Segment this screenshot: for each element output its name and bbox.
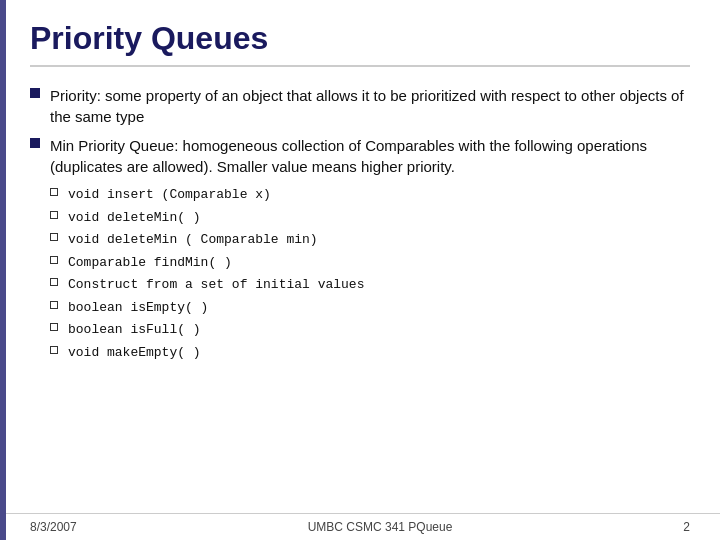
code-item-2: void deleteMin( ): [50, 208, 690, 228]
code-text-5: Construct from a set of initial values: [68, 275, 364, 295]
bullet-icon-2: [30, 138, 40, 148]
code-list: void insert (Comparable x) void deleteMi…: [50, 185, 690, 362]
code-bullet-5: [50, 278, 58, 286]
slide-title: Priority Queues: [30, 20, 690, 67]
code-text-7: boolean isFull( ): [68, 320, 201, 340]
code-item-1: void insert (Comparable x): [50, 185, 690, 205]
footer-page: 2: [683, 520, 690, 534]
code-item-3: void deleteMin ( Comparable min): [50, 230, 690, 250]
bullet-item-2: Min Priority Queue: homogeneous collecti…: [30, 135, 690, 177]
bullet-icon-1: [30, 88, 40, 98]
content: Priority Queues Priority: some property …: [0, 0, 720, 513]
code-bullet-2: [50, 211, 58, 219]
code-text-4: Comparable findMin( ): [68, 253, 232, 273]
code-text-8: void makeEmpty( ): [68, 343, 201, 363]
code-item-8: void makeEmpty( ): [50, 343, 690, 363]
bullet-text-2: Min Priority Queue: homogeneous collecti…: [50, 135, 690, 177]
code-text-6: boolean isEmpty( ): [68, 298, 208, 318]
footer-date: 8/3/2007: [30, 520, 77, 534]
left-bar: [0, 0, 6, 540]
code-item-7: boolean isFull( ): [50, 320, 690, 340]
code-bullet-7: [50, 323, 58, 331]
code-bullet-8: [50, 346, 58, 354]
footer-course: UMBC CSMC 341 PQueue: [308, 520, 453, 534]
code-text-3: void deleteMin ( Comparable min): [68, 230, 318, 250]
body-content: Priority: some property of an object tha…: [30, 85, 690, 493]
code-item-5: Construct from a set of initial values: [50, 275, 690, 295]
code-text-2: void deleteMin( ): [68, 208, 201, 228]
bullet-text-1: Priority: some property of an object tha…: [50, 85, 690, 127]
code-item-6: boolean isEmpty( ): [50, 298, 690, 318]
code-bullet-1: [50, 188, 58, 196]
footer: 8/3/2007 UMBC CSMC 341 PQueue 2: [0, 513, 720, 540]
code-text-1: void insert (Comparable x): [68, 185, 271, 205]
code-bullet-3: [50, 233, 58, 241]
code-item-4: Comparable findMin( ): [50, 253, 690, 273]
code-bullet-4: [50, 256, 58, 264]
slide: Priority Queues Priority: some property …: [0, 0, 720, 540]
code-bullet-6: [50, 301, 58, 309]
bullet-item-1: Priority: some property of an object tha…: [30, 85, 690, 127]
